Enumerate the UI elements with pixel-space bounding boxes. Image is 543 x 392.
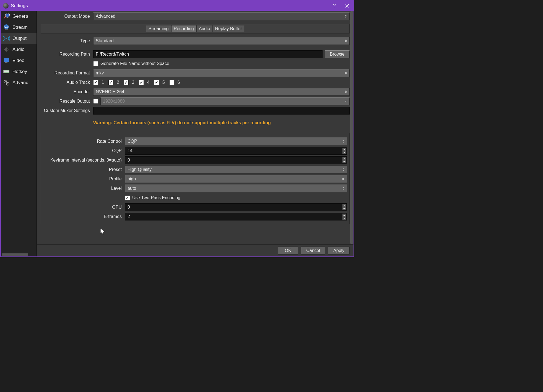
svg-rect-12 [6, 71, 7, 71]
svg-rect-8 [5, 63, 8, 63]
sidebar-item-label: Genera [12, 14, 28, 19]
browse-button[interactable]: Browse [325, 50, 350, 58]
profile-select[interactable]: high [125, 175, 347, 183]
close-button[interactable] [341, 1, 354, 11]
twopass-row: Use Two-Pass Encoding [43, 193, 347, 203]
sidebar-item-video[interactable]: Video [1, 55, 37, 66]
svg-point-17 [5, 81, 6, 82]
tab-streaming[interactable]: Streaming [146, 25, 171, 32]
sidebar-item-advanced[interactable]: Advanc [1, 77, 37, 88]
preset-row: Preset High Quality [43, 165, 347, 174]
svg-rect-4 [5, 29, 8, 30]
window-title: Settings [11, 3, 28, 9]
audio-track-5-checkbox[interactable] [154, 80, 159, 85]
audio-track-4-checkbox[interactable] [139, 80, 144, 85]
audio-track-3-checkbox[interactable] [124, 80, 129, 85]
output-mode-select[interactable]: Advanced [93, 12, 350, 20]
keyframe-label: Keyframe Interval (seconds, 0=auto) [43, 158, 125, 163]
profile-row: Profile high [43, 174, 347, 184]
cancel-button[interactable]: Cancel [301, 247, 325, 255]
sidebar-item-output[interactable]: Output [1, 33, 37, 44]
recording-path-input[interactable]: F:/Record/Twitch [93, 50, 323, 58]
type-select[interactable]: Standard [93, 37, 350, 45]
sidebar: Genera Stream Output Audio [1, 11, 37, 256]
preset-select[interactable]: High Quality [125, 166, 347, 173]
keyframe-input[interactable]: 0 [125, 156, 347, 164]
svg-rect-6 [4, 58, 9, 62]
svg-rect-11 [5, 71, 6, 71]
sidebar-item-label: Advanc [12, 80, 28, 85]
twopass-label: Use Two-Pass Encoding [132, 195, 180, 200]
keyboard-icon [2, 68, 10, 76]
sidebar-item-label: Stream [12, 25, 28, 30]
footer: OK Cancel Apply [37, 244, 354, 256]
settings-window: Settings ? Genera Stream [0, 0, 354, 257]
svg-rect-15 [4, 72, 9, 72]
tab-audio[interactable]: Audio [196, 25, 213, 32]
bframes-input[interactable]: 2 [125, 213, 347, 220]
gpu-label: GPU [43, 205, 125, 210]
twopass-checkbox[interactable] [125, 195, 130, 200]
gpu-row: GPU 0 [43, 203, 347, 212]
recording-format-row: Recording Format mkv [41, 68, 350, 78]
svg-rect-10 [4, 71, 5, 71]
sidebar-hscrollbar[interactable] [1, 253, 37, 256]
recording-path-row: Recording Path F:/Record/Twitch Browse [41, 50, 350, 59]
svg-point-0 [6, 14, 9, 17]
output-mode-label: Output Mode [41, 14, 93, 19]
rescale-output-checkbox[interactable] [93, 99, 98, 104]
broadcast-icon [2, 35, 10, 42]
rescale-output-select[interactable]: 1920x1080 [100, 97, 350, 105]
bframes-row: B-frames 2 [43, 212, 347, 221]
svg-rect-7 [5, 62, 7, 63]
svg-rect-1 [4, 16, 6, 19]
sidebar-item-audio[interactable]: Audio [1, 44, 37, 55]
profile-label: Profile [43, 176, 125, 181]
muxer-row: Custom Muxer Settings [41, 106, 350, 115]
gen-filename-checkbox[interactable] [93, 61, 98, 66]
apply-button[interactable]: Apply [328, 247, 350, 255]
monitor-icon [2, 57, 10, 64]
muxer-input[interactable] [93, 107, 350, 115]
cqp-row: CQP 14 [43, 146, 347, 155]
encoder-label: Encoder [41, 89, 93, 94]
type-label: Type [41, 38, 93, 43]
level-select[interactable]: auto [125, 185, 347, 192]
audio-track-label: Audio Track [41, 80, 93, 85]
gen-filename-label: Generate File Name without Space [100, 61, 169, 66]
audio-track-row: Audio Track 1 2 3 4 5 6 [41, 78, 350, 87]
gpu-input[interactable]: 0 [125, 203, 347, 211]
encoder-settings-group: Rate Control CQP CQP 14 [41, 133, 350, 224]
svg-point-3 [4, 24, 9, 29]
audio-track-6-checkbox[interactable] [169, 80, 174, 85]
svg-rect-13 [7, 71, 8, 71]
rescale-output-row: Rescale Output 1920x1080 [41, 97, 350, 106]
sidebar-item-general[interactable]: Genera [1, 11, 37, 22]
sidebar-item-label: Video [12, 58, 24, 63]
svg-point-5 [6, 38, 7, 39]
main-panel: Output Mode Advanced Streaming Recording… [37, 11, 354, 256]
output-tabs: Streaming Recording Audio Replay Buffer [41, 24, 350, 33]
main-vscrollbar[interactable] [350, 11, 354, 244]
sidebar-item-label: Output [12, 36, 27, 41]
rate-control-row: Rate Control CQP [43, 137, 347, 146]
audio-track-1-checkbox[interactable] [93, 80, 98, 85]
tab-replay-buffer[interactable]: Replay Buffer [213, 25, 245, 32]
audio-track-2-checkbox[interactable] [108, 80, 113, 85]
sidebar-item-stream[interactable]: Stream [1, 22, 37, 33]
recording-format-select[interactable]: mkv [93, 69, 350, 77]
help-button[interactable]: ? [328, 1, 341, 11]
encoder-row: Encoder NVENC H.264 [41, 87, 350, 97]
tab-recording[interactable]: Recording [171, 25, 196, 32]
rate-control-select[interactable]: CQP [125, 137, 347, 145]
obs-icon [3, 3, 9, 9]
sidebar-item-hotkeys[interactable]: Hotkey [1, 66, 37, 77]
ok-button[interactable]: OK [278, 247, 298, 255]
output-mode-row: Output Mode Advanced [41, 11, 350, 20]
bframes-label: B-frames [43, 214, 125, 219]
cqp-input[interactable]: 14 [125, 147, 347, 155]
svg-point-19 [7, 84, 8, 84]
encoder-select[interactable]: NVENC H.264 [93, 88, 350, 96]
gears-icon [2, 79, 10, 87]
level-label: Level [43, 186, 125, 191]
